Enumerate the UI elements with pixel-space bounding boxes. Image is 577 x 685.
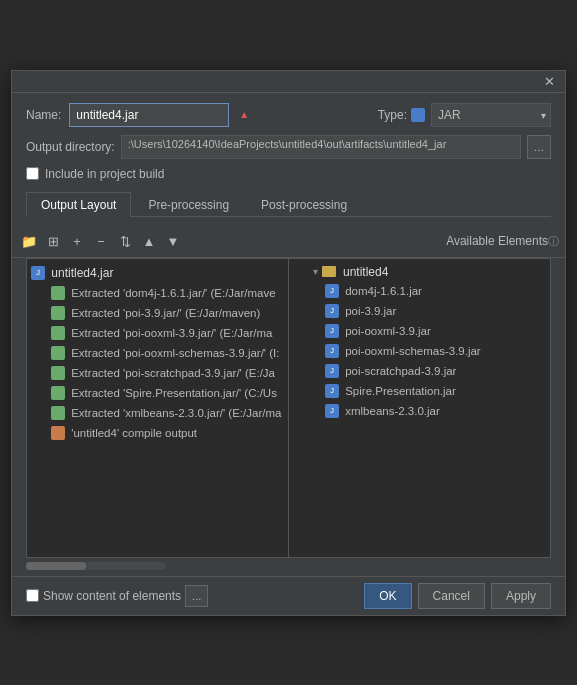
toolbar-add-btn[interactable]: +	[66, 231, 88, 253]
include-checkbox-row: Include in project build	[26, 167, 551, 181]
left-tree-item[interactable]: Extracted 'Spire.Presentation.jar/' (C:/…	[27, 383, 288, 403]
right-tree-item[interactable]: J poi-scratchpad-3.9.jar	[289, 361, 550, 381]
type-select-container: JAR	[431, 103, 551, 127]
type-select[interactable]: JAR	[431, 103, 551, 127]
tab-preprocessing[interactable]: Pre-processing	[133, 192, 244, 217]
include-checkbox[interactable]	[26, 167, 39, 180]
extract-icon-1	[51, 306, 65, 320]
right-tree-item[interactable]: J dom4j-1.6.1.jar	[289, 281, 550, 301]
left-tree-item[interactable]: Extracted 'poi-3.9.jar/' (E:/Jar/maven)	[27, 303, 288, 323]
left-tree-compile-item[interactable]: 'untitled4' compile output	[27, 423, 288, 443]
tabs-bar: Output Layout Pre-processing Post-proces…	[26, 191, 551, 217]
scrollbar-area	[12, 558, 565, 572]
right-tree-item[interactable]: J poi-ooxml-3.9.jar	[289, 321, 550, 341]
browse-button[interactable]: …	[527, 135, 551, 159]
toolbar: 📁 ⊞ + − ⇅ ▲ ▼ Available Elementsⓘ	[12, 227, 565, 258]
bottom-bar: Show content of elements ... OK Cancel A…	[12, 576, 565, 615]
extract-icon-3	[51, 346, 65, 360]
toolbar-sort-btn[interactable]: ⇅	[114, 231, 136, 253]
jar-type-icon	[411, 108, 425, 122]
name-input[interactable]	[69, 103, 229, 127]
right-tree: ▾ untitled4 J dom4j-1.6.1.jar J poi-3.9.…	[289, 259, 550, 557]
toolbar-grid-btn[interactable]: ⊞	[42, 231, 64, 253]
jar-icon-3: J	[325, 344, 339, 358]
title-bar: ✕	[12, 71, 565, 93]
jar-root-icon: J	[31, 266, 45, 280]
show-content-checkbox[interactable]	[26, 589, 39, 602]
tab-postprocessing[interactable]: Post-processing	[246, 192, 362, 217]
scrollbar-thumb[interactable]	[26, 562, 86, 570]
right-tree-root-row[interactable]: ▾ untitled4	[289, 263, 550, 281]
type-wrapper: Type: JAR	[378, 103, 551, 127]
apply-button[interactable]: Apply	[491, 583, 551, 609]
left-tree-root[interactable]: J untitled4.jar	[27, 263, 288, 283]
extract-icon-4	[51, 366, 65, 380]
indicator-icon: ▲	[239, 109, 249, 120]
toolbar-up-btn[interactable]: ▲	[138, 231, 160, 253]
jar-icon-4: J	[325, 364, 339, 378]
jar-icon-0: J	[325, 284, 339, 298]
right-root-folder-icon	[322, 266, 336, 277]
toolbar-remove-btn[interactable]: −	[90, 231, 112, 253]
right-tree-item[interactable]: J Spire.Presentation.jar	[289, 381, 550, 401]
available-elements-label: Available Elementsⓘ	[446, 234, 559, 249]
left-tree-item[interactable]: Extracted 'poi-ooxml-3.9.jar/' (E:/Jar/m…	[27, 323, 288, 343]
extract-icon-0	[51, 286, 65, 300]
jar-icon-2: J	[325, 324, 339, 338]
include-label: Include in project build	[45, 167, 164, 181]
jar-icon-5: J	[325, 384, 339, 398]
extract-icon-6	[51, 406, 65, 420]
type-label: Type:	[378, 108, 407, 122]
output-label: Output directory:	[26, 140, 115, 154]
tab-output-layout[interactable]: Output Layout	[26, 192, 131, 217]
extract-icon-5	[51, 386, 65, 400]
tree-area: J untitled4.jar Extracted 'dom4j-1.6.1.j…	[26, 258, 551, 558]
right-tree-item[interactable]: J poi-ooxml-schemas-3.9.jar	[289, 341, 550, 361]
help-icon[interactable]: ⓘ	[548, 235, 559, 247]
scrollbar-track[interactable]	[26, 562, 166, 570]
left-tree-item[interactable]: Extracted 'dom4j-1.6.1.jar/' (E:/Jar/mav…	[27, 283, 288, 303]
compile-icon	[51, 426, 65, 440]
name-type-row: Name: ▲ Type: JAR	[26, 103, 551, 127]
show-content-label: Show content of elements	[43, 589, 181, 603]
show-content-row: Show content of elements ...	[26, 585, 208, 607]
action-buttons: OK Cancel Apply	[364, 583, 551, 609]
right-tree-item[interactable]: J xmlbeans-2.3.0.jar	[289, 401, 550, 421]
artifact-dialog: ✕ Name: ▲ Type: JAR Output directory: :\…	[11, 70, 566, 616]
dialog-content: Name: ▲ Type: JAR Output directory: :\Us…	[12, 93, 565, 227]
show-content-button[interactable]: ...	[185, 585, 208, 607]
right-tree-item[interactable]: J poi-3.9.jar	[289, 301, 550, 321]
jar-icon-6: J	[325, 404, 339, 418]
chevron-icon: ▾	[313, 266, 318, 277]
ok-button[interactable]: OK	[364, 583, 411, 609]
output-row: Output directory: :\Users\10264140\IdeaP…	[26, 135, 551, 159]
toolbar-folder-btn[interactable]: 📁	[18, 231, 40, 253]
close-button[interactable]: ✕	[540, 75, 559, 88]
output-path-field: :\Users\10264140\IdeaProjects\untitled4\…	[121, 135, 521, 159]
name-label: Name:	[26, 108, 61, 122]
cancel-button[interactable]: Cancel	[418, 583, 485, 609]
extract-icon-2	[51, 326, 65, 340]
left-tree-item[interactable]: Extracted 'xmlbeans-2.3.0.jar/' (E:/Jar/…	[27, 403, 288, 423]
left-tree-item[interactable]: Extracted 'poi-scratchpad-3.9.jar/' (E:/…	[27, 363, 288, 383]
left-tree: J untitled4.jar Extracted 'dom4j-1.6.1.j…	[27, 259, 289, 557]
toolbar-down-btn[interactable]: ▼	[162, 231, 184, 253]
jar-icon-1: J	[325, 304, 339, 318]
left-tree-item[interactable]: Extracted 'poi-ooxml-schemas-3.9.jar/' (…	[27, 343, 288, 363]
